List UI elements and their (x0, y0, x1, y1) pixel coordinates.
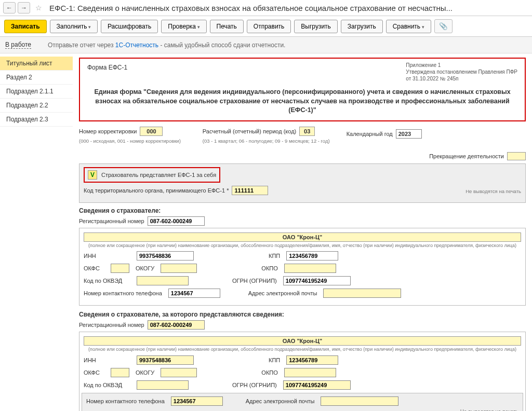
no-print-1: Не выводятся на печать (466, 188, 521, 194)
okved2-label: Код по ОКВЭД (84, 382, 130, 388)
year-value[interactable]: 2023 (396, 129, 422, 139)
code-terr-label: Код территориального органа, принимающег… (84, 187, 229, 194)
no-print-2: Не выводятся на печать (86, 409, 518, 411)
ogrn-input[interactable] (283, 276, 351, 285)
status-inwork[interactable]: В работе (5, 41, 31, 49)
kpp2-input[interactable] (286, 355, 338, 365)
kpp-label: КПП (269, 253, 280, 259)
org2-hint: (полное или сокращенное (при наличии) на… (84, 347, 521, 352)
phone-input[interactable] (168, 289, 220, 298)
header-red-box: Приложение 1 Утверждена постановлением П… (79, 58, 526, 121)
termination-field[interactable] (507, 152, 526, 160)
okfs-input[interactable] (111, 264, 129, 273)
email-label: Адрес электронной почты (248, 290, 317, 296)
reg2-input[interactable] (148, 320, 205, 330)
org2-name[interactable]: ОАО "Крон-Ц" (84, 336, 521, 346)
okpo-input[interactable] (284, 264, 336, 273)
fill-button[interactable]: Заполнить (50, 20, 98, 33)
okpo2-label: ОКПО (261, 369, 277, 376)
email-input[interactable] (323, 289, 401, 298)
period-label: Расчетный (отчетный) период (код) (203, 128, 296, 134)
termination-label: Прекращение деятельности (429, 153, 504, 159)
decipher-button[interactable]: Расшифровать (101, 20, 158, 33)
org-name[interactable]: ОАО "Крон-Ц" (84, 232, 521, 242)
okogu-label: ОКОГУ (136, 265, 154, 271)
inn2-input[interactable] (137, 355, 194, 365)
email2-input[interactable] (321, 396, 398, 406)
okpo2-input[interactable] (284, 368, 336, 377)
attach-button[interactable]: 📎 (434, 19, 453, 33)
paperclip-icon: 📎 (439, 22, 448, 30)
self-label: Страхователь представляет ЕФС-1 за себя (101, 172, 216, 178)
check-button[interactable]: Проверка (161, 20, 206, 33)
phone2-input[interactable] (171, 396, 223, 406)
inn-input[interactable] (137, 251, 194, 261)
okved2-input[interactable] (137, 380, 189, 390)
okpo-label: ОКПО (261, 265, 277, 271)
year-label: Календарный год (347, 131, 393, 137)
okfs2-label: ОКФС (84, 369, 104, 376)
page-title: ЕФС-1: Сведения о начисленных страховых … (49, 4, 453, 12)
correction-label: Номер корректировки (79, 128, 137, 134)
reg2-label: Регистрационный номер (79, 322, 144, 328)
sidebar-item-sub211[interactable]: Подраздел 2.1.1 (0, 85, 73, 99)
load-button[interactable]: Загрузить (341, 20, 383, 33)
correction-value[interactable]: 000 (140, 127, 163, 136)
sidebar-item-title[interactable]: Титульный лист (0, 57, 73, 71)
insurer2-title: Сведения о страхователе, за которого пре… (79, 311, 526, 318)
okved-label: Код по ОКВЭД (84, 278, 130, 284)
org-hint: (полное или сокращенное (при наличии) на… (84, 243, 521, 249)
ogrn2-input[interactable] (283, 380, 351, 390)
insurer2-box: ОАО "Крон-Ц" (полное или сокращенное (пр… (79, 332, 526, 411)
back-button[interactable]: ← (3, 2, 16, 13)
reg-num-input[interactable] (148, 216, 205, 226)
period-value[interactable]: 03 (299, 127, 315, 136)
reg-num-label: Регистрационный номер (79, 218, 144, 224)
okogu2-label: ОКОГУ (136, 369, 154, 376)
print-button[interactable]: Печать (210, 20, 244, 33)
okfs-label: ОКФС (84, 265, 104, 271)
kpp-input[interactable] (286, 251, 338, 261)
record-button[interactable]: Записать (4, 20, 47, 33)
favorite-icon[interactable]: ☆ (35, 4, 42, 12)
phone-label: Номер контактного телефона (84, 290, 162, 296)
code-terr-input[interactable] (232, 186, 268, 195)
email2-label: Адрес электронной почты (246, 398, 315, 404)
compare-button[interactable]: Сравнить (386, 20, 431, 33)
send-button[interactable]: Отправить (247, 20, 291, 33)
kpp2-label: КПП (269, 357, 280, 363)
main-title: Единая форма "Сведения для ведения индив… (87, 88, 517, 115)
gray-box-1: V Страхователь представляет ЕФС-1 за себ… (79, 163, 526, 203)
sidebar-item-section2[interactable]: Раздел 2 (0, 71, 73, 85)
approval-block: Приложение 1 Утверждена постановлением П… (406, 62, 517, 82)
insurer-box: ОАО "Крон-Ц" (полное или сокращенное (пр… (79, 228, 526, 306)
sidebar-item-sub23[interactable]: Подраздел 2.3 (0, 113, 73, 127)
correction-row: Номер корректировки 000 (000 - исходная,… (79, 127, 526, 144)
self-red-box: V Страхователь представляет ЕФС-1 за себ… (84, 167, 220, 183)
ogrn-label: ОГРН (ОГРНИП) (232, 278, 277, 284)
forward-button[interactable]: → (18, 2, 30, 13)
unload-button[interactable]: Выгрузить (294, 20, 338, 33)
correction-hint: (000 - исходная, 001 - номер корректиров… (79, 138, 181, 144)
inn2-label: ИНН (84, 357, 130, 363)
sidebar-item-sub22[interactable]: Подраздел 2.2 (0, 99, 73, 113)
ogrn2-label: ОГРН (ОГРНИП) (232, 382, 277, 388)
okved-input[interactable] (137, 276, 189, 285)
period-hint: (03 - 1 квартал; 06 - полугодие; 09 - 9 … (203, 138, 330, 144)
link-1c[interactable]: 1С-Отчетность (115, 42, 158, 49)
inn-label: ИНН (84, 253, 130, 259)
status-text: Отправьте отчет через 1С-Отчетность - са… (48, 42, 285, 49)
okogu-input[interactable] (161, 264, 197, 273)
okogu2-input[interactable] (161, 368, 197, 377)
checkbox-self[interactable]: V (88, 170, 97, 180)
insurer-title: Сведения о страхователе: (79, 207, 526, 214)
okfs2-input[interactable] (111, 368, 129, 377)
phone2-label: Номер контактного телефона (86, 398, 165, 404)
sidebar: Титульный лист Раздел 2 Подраздел 2.1.1 … (0, 53, 73, 411)
